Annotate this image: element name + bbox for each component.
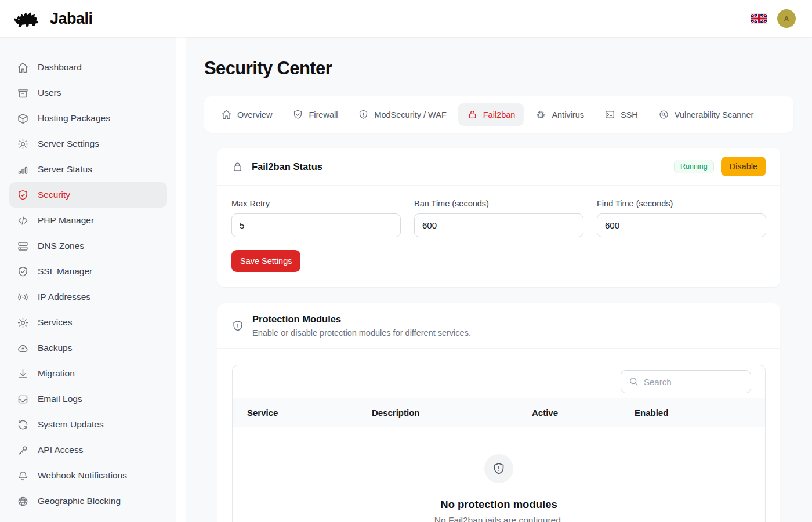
sidebar-item-ssl-manager[interactable]: SSL Manager	[9, 259, 167, 284]
sidebar-item-label: Services	[38, 317, 72, 328]
column-header-description: Description	[357, 398, 517, 427]
boar-logo-icon	[13, 8, 44, 30]
field-max-retry: Max Retry	[231, 199, 401, 237]
tab-label: Overview	[237, 110, 272, 119]
sidebar-item-label: Geographic Blocking	[38, 496, 121, 506]
user-avatar[interactable]: A	[777, 9, 796, 28]
sidebar-item-label: Migration	[38, 368, 75, 379]
field-find-time: Find Time (seconds)	[597, 199, 766, 237]
table-header-row: Service Description Active Enabled	[233, 398, 765, 427]
column-header-enabled: Enabled	[620, 398, 765, 427]
shield-alert-icon	[358, 109, 369, 120]
sidebar-item-webhook-notifications[interactable]: Webhook Notifications	[9, 463, 167, 488]
broadcast-icon	[17, 291, 29, 303]
sidebar-item-services[interactable]: Services	[9, 310, 167, 335]
sidebar-item-dashboard[interactable]: Dashboard	[9, 55, 167, 80]
tab-vulnerability-scanner[interactable]: Vulnerability Scanner	[650, 103, 762, 126]
tab-label: ModSecurity / WAF	[374, 110, 446, 119]
archive-box-icon	[17, 87, 29, 99]
sidebar-item-label: DNS Zones	[38, 241, 84, 251]
sidebar-item-php-manager[interactable]: PHP Manager	[9, 208, 167, 233]
save-settings-button[interactable]: Save Settings	[231, 250, 300, 272]
page-title: Security Center	[204, 58, 793, 79]
code-icon	[17, 215, 29, 227]
tab-label: SSH	[621, 110, 638, 119]
cube-icon	[17, 113, 29, 125]
sidebar-item-label: API Access	[38, 445, 83, 455]
sidebar-item-label: Dashboard	[38, 62, 82, 72]
bar-chart-icon	[17, 164, 29, 176]
field-label: Find Time (seconds)	[597, 199, 766, 208]
sidebar-scrollbar-track[interactable]	[176, 37, 186, 522]
sidebar-item-migration[interactable]: Migration	[9, 361, 167, 386]
tab-ssh[interactable]: SSH	[596, 103, 647, 126]
shield-check-icon	[292, 109, 303, 120]
field-label: Max Retry	[231, 199, 401, 208]
gear-icon	[17, 317, 29, 329]
sidebar-item-api-access[interactable]: API Access	[9, 437, 167, 463]
sidebar-item-label: Users	[38, 88, 61, 98]
globe-icon	[17, 495, 29, 507]
tab-modsecurity-waf[interactable]: ModSecurity / WAF	[349, 103, 455, 126]
empty-state-subtitle: No Fail2ban jails are configured.	[434, 515, 563, 522]
tab-antivirus[interactable]: Antivirus	[527, 103, 593, 126]
sidebar-item-label: IP Addresses	[38, 292, 90, 302]
column-header-service: Service	[233, 398, 357, 427]
ban-time-input[interactable]	[414, 213, 583, 237]
sidebar-nav: Dashboard Users Hosting Packages Server …	[0, 37, 176, 522]
gear-icon	[17, 138, 29, 150]
sidebar-item-label: SSL Manager	[38, 266, 92, 277]
magnifier-circle-icon	[658, 109, 669, 120]
sidebar-item-ip-addresses[interactable]: IP Addresses	[9, 284, 167, 310]
tab-label: Fail2ban	[483, 110, 516, 119]
disable-button[interactable]: Disable	[721, 157, 766, 176]
arrows-rotate-icon	[17, 419, 29, 431]
sidebar-item-hosting-packages[interactable]: Hosting Packages	[9, 106, 167, 131]
field-label: Ban Time (seconds)	[414, 199, 583, 208]
sidebar-item-label: System Updates	[38, 419, 104, 430]
tab-fail2ban[interactable]: Fail2ban	[458, 103, 524, 126]
shield-check-icon	[17, 266, 29, 278]
brand-logo[interactable]: Jabali	[13, 8, 93, 30]
sidebar-item-server-settings[interactable]: Server Settings	[9, 131, 167, 157]
status-badge: Running	[674, 160, 714, 173]
card-subtitle: Enable or disable protection modules for…	[252, 328, 471, 338]
sidebar-item-label: Email Logs	[38, 394, 82, 404]
tab-firewall[interactable]: Firewall	[284, 103, 346, 126]
cloud-upload-icon	[17, 342, 29, 354]
bell-icon	[17, 470, 29, 482]
sidebar-item-label: Hosting Packages	[38, 113, 110, 124]
home-icon	[221, 109, 232, 120]
tab-overview[interactable]: Overview	[212, 103, 281, 126]
shield-alert-icon	[492, 462, 506, 476]
sidebar-item-security[interactable]: Security	[9, 182, 167, 208]
key-icon	[17, 444, 29, 456]
sidebar-item-email-logs[interactable]: Email Logs	[9, 386, 167, 412]
field-ban-time: Ban Time (seconds)	[414, 199, 583, 237]
search-input[interactable]	[621, 370, 751, 393]
sidebar-item-label: PHP Manager	[38, 215, 94, 226]
fail2ban-status-card: Fail2ban Status Running Disable Max Retr…	[217, 148, 780, 287]
tab-label: Vulnerability Scanner	[675, 110, 753, 119]
sidebar-item-label: Backups	[38, 343, 72, 353]
sidebar-item-server-status[interactable]: Server Status	[9, 157, 167, 182]
sidebar-item-dns-zones[interactable]: DNS Zones	[9, 233, 167, 259]
download-icon	[17, 368, 29, 380]
main-content: Security Center Overview Firewall ModSec…	[186, 37, 812, 522]
sidebar-item-backups[interactable]: Backups	[9, 335, 167, 361]
find-time-input[interactable]	[597, 213, 766, 237]
home-icon	[17, 61, 29, 74]
inbox-icon	[17, 393, 29, 405]
sidebar-item-users[interactable]: Users	[9, 80, 167, 106]
sidebar-item-geographic-blocking[interactable]: Geographic Blocking	[9, 488, 167, 514]
brand-name: Jabali	[50, 10, 93, 28]
search-icon	[628, 376, 639, 387]
max-retry-input[interactable]	[231, 213, 401, 237]
uk-flag-icon[interactable]	[751, 13, 767, 24]
sidebar-item-system-updates[interactable]: System Updates	[9, 412, 167, 437]
modules-table: Service Description Active Enabled No pr…	[232, 365, 766, 522]
security-tabs: Overview Firewall ModSecurity / WAF Fail…	[204, 96, 793, 133]
sidebar-item-label: Webhook Notifications	[38, 470, 127, 481]
sidebar-item-label: Security	[38, 190, 70, 200]
empty-state-title: No protection modules	[440, 498, 557, 511]
